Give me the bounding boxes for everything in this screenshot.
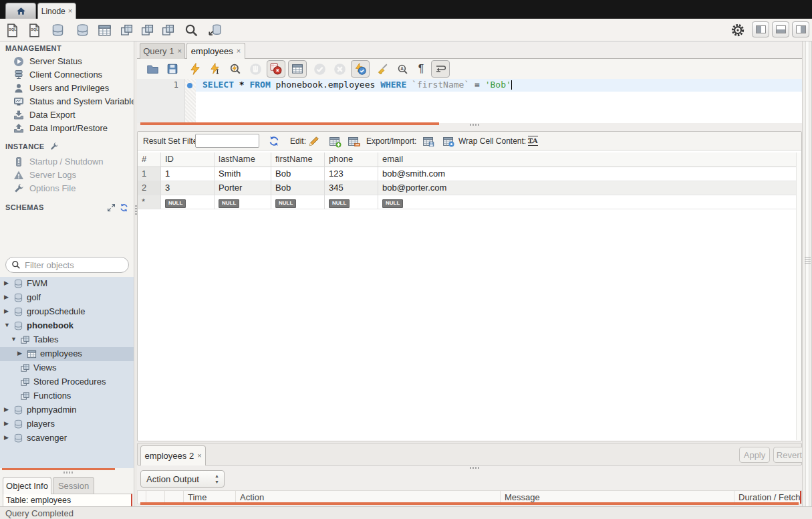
chevron-right-icon[interactable]: ▶ [4,308,9,314]
tree-item-stored-procedures[interactable]: Stored Procedures [0,375,134,389]
right-sidebar-splitter[interactable] [802,41,812,506]
sql-statement[interactable]: SELECT * FROM phonebook.employees WHERE … [202,80,512,90]
sidebar-item-client-connections[interactable]: Client Connections [0,68,134,82]
chevron-right-icon[interactable]: ▶ [4,294,9,300]
edit-pencil-icon[interactable] [307,134,321,148]
new-view-button[interactable] [118,22,134,38]
new-schema-button[interactable] [74,22,90,38]
toggle-autocommit-button[interactable] [351,60,370,78]
table-row[interactable]: 1 1 Smith Bob 123 bob@smith.com [138,167,801,181]
reconnect-dbms-button[interactable] [207,22,223,38]
execute-button[interactable] [188,62,202,76]
column-header[interactable]: email [378,152,801,167]
sidebar-item-data-export[interactable]: Data Export [0,108,134,122]
new-function-button[interactable] [160,22,176,38]
beautify-button[interactable] [375,62,390,76]
commit-button[interactable] [312,62,327,76]
chevron-right-icon[interactable]: ▶ [4,280,9,286]
sql-editor[interactable]: 1 SELECT * FROM phonebook.employees WHER… [137,79,802,123]
add-row-icon[interactable] [327,134,341,148]
preferences-gear-icon[interactable] [730,22,746,38]
sidebar-item-data-import[interactable]: Data Import/Restore [0,122,134,135]
table-row[interactable]: 2 3 Porter Bob 345 bob@porter.com [138,181,801,195]
open-sql-script-button[interactable] [26,22,42,38]
chevron-right-icon[interactable]: ▶ [4,406,9,413]
column-header[interactable]: # [138,152,161,167]
tree-item-phonebook[interactable]: ▼ phonebook [0,319,134,333]
toggle-wrap-button[interactable] [431,60,450,78]
tree-item-golf[interactable]: ▶ golf [0,291,134,305]
result-filter-input[interactable] [195,134,259,148]
new-query-tab-button[interactable] [4,22,20,38]
tab-employees-2[interactable]: employees 2 × [140,445,206,465]
close-icon[interactable]: × [197,452,201,459]
execute-current-button[interactable] [208,62,223,76]
tree-item-groupschedule[interactable]: ▶ groupSchedule [0,305,134,319]
chevron-right-icon[interactable]: ▶ [4,434,9,441]
sidebar-item-options-file[interactable]: Options File [0,182,134,195]
output-selector-dropdown[interactable]: Action Output ▲▼ [140,470,225,488]
splitter-grip[interactable] [63,472,73,474]
apply-button[interactable]: Apply [739,447,770,463]
chevron-down-icon[interactable]: ▼ [4,322,10,328]
open-script-button[interactable] [145,62,160,76]
new-procedure-button[interactable] [139,22,155,38]
toggle-left-sidebar-button[interactable] [752,21,769,37]
refresh-schemas-icon[interactable] [120,203,128,212]
toggle-output-area-button[interactable] [772,21,789,37]
column-header[interactable]: phone [325,152,378,167]
tree-item-scavenger[interactable]: ▶ scavenger [0,431,134,445]
close-icon[interactable]: × [68,7,72,15]
export-recordset-icon[interactable] [421,134,434,148]
tree-item-views[interactable]: Views [0,361,134,375]
sidebar-item-startup-shutdown[interactable]: Startup / Shutdown [0,155,134,169]
tree-item-employees[interactable]: ▶ employees [0,347,134,361]
rollback-button[interactable] [332,62,347,76]
expand-panel-icon[interactable] [107,203,116,212]
new-row[interactable]: * NULL NULL NULL NULL NULL [138,195,801,209]
chevron-right-icon[interactable]: ▶ [17,350,22,356]
action-output-splitter[interactable] [140,502,799,505]
tree-item-players[interactable]: ▶ players [0,417,134,431]
toggle-stop-on-error-button[interactable] [267,60,285,78]
splitter-grip[interactable] [805,257,811,264]
revert-button[interactable]: Revert [773,447,805,463]
refresh-resultset-icon[interactable] [267,134,281,148]
sidebar-item-server-status[interactable]: Server Status [0,55,134,68]
explain-button[interactable] [228,62,243,76]
tab-query-1[interactable]: Query 1 × [140,43,185,59]
connection-tab[interactable]: Linode × [37,3,76,19]
tab-object-info[interactable]: Object Info [3,477,51,494]
tree-item-functions[interactable]: Functions [0,389,134,403]
save-script-button[interactable] [165,62,180,76]
chevron-down-icon[interactable]: ▼ [11,336,17,342]
splitter-grip[interactable] [470,467,479,469]
import-records-icon[interactable] [441,134,454,148]
close-icon[interactable]: × [237,47,241,55]
new-schema-inspector-button[interactable] [49,22,65,38]
limit-rows-button[interactable] [288,60,307,78]
home-tab[interactable] [5,3,36,19]
close-icon[interactable]: × [177,47,181,55]
tab-employees[interactable]: employees × [186,43,245,59]
show-invisibles-button[interactable]: ¶ [414,62,428,76]
splitter-grip[interactable] [470,124,479,126]
vertical-scrollbar[interactable] [796,152,801,440]
delete-row-icon[interactable] [346,134,360,148]
schema-filter-input[interactable]: Filter objects [5,257,129,273]
tree-item-tables[interactable]: ▼ Tables [0,333,134,347]
chevron-right-icon[interactable]: ▶ [4,420,9,427]
toggle-right-sidebar-button[interactable] [792,21,809,37]
new-table-button[interactable] [96,22,112,38]
column-header[interactable]: firstName [271,152,325,167]
tab-session[interactable]: Session [53,477,94,494]
sidebar-item-server-logs[interactable]: Server Logs [0,169,134,182]
sidebar-item-system-variables[interactable]: Status and System Variables [0,95,134,108]
stop-button[interactable] [248,62,263,76]
column-header[interactable]: ID [161,152,215,167]
tree-item-fwm[interactable]: ▶ FWM [0,277,134,291]
find-button[interactable] [395,62,410,76]
wrap-cell-content-icon[interactable]: ꞮA [528,136,538,146]
tree-item-phpmyadmin[interactable]: ▶ phpmyadmin [0,403,134,417]
editor-results-splitter[interactable] [140,122,439,125]
